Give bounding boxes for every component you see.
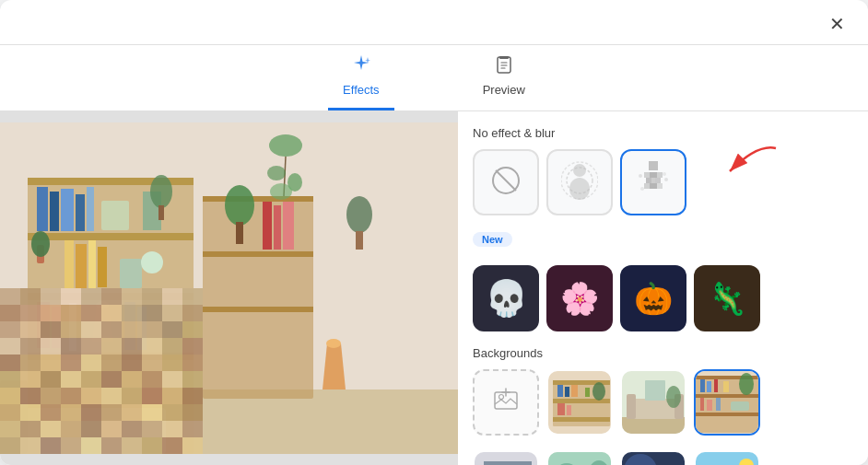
new-badge: New — [473, 232, 512, 247]
svg-rect-122 — [142, 388, 162, 404]
background-item-shelves1[interactable] — [546, 369, 613, 436]
svg-rect-207 — [723, 381, 729, 392]
svg-rect-97 — [41, 355, 61, 371]
background-item-abstract[interactable] — [620, 450, 686, 465]
halloween-item-flower-skull[interactable]: 🌸 — [546, 265, 613, 331]
svg-rect-64 — [182, 288, 203, 305]
blur-person-item[interactable] — [546, 149, 613, 215]
svg-point-208 — [739, 373, 754, 395]
svg-rect-135 — [0, 421, 20, 437]
svg-point-39 — [225, 185, 254, 226]
svg-rect-87 — [41, 338, 61, 355]
svg-rect-67 — [41, 305, 61, 321]
svg-rect-42 — [274, 205, 281, 250]
svg-rect-102 — [142, 355, 162, 371]
svg-rect-12 — [37, 187, 48, 231]
svg-rect-125 — [0, 404, 20, 421]
svg-rect-164 — [650, 172, 657, 178]
blur-pixel-item[interactable] — [620, 149, 686, 215]
svg-rect-170 — [650, 183, 657, 189]
svg-rect-113 — [162, 371, 182, 388]
svg-point-172 — [639, 174, 642, 178]
tab-effects[interactable]: Effects — [328, 46, 394, 110]
svg-rect-209 — [700, 398, 704, 411]
svg-rect-145 — [0, 437, 20, 454]
svg-rect-82 — [142, 321, 162, 338]
tab-preview[interactable]: Preview — [468, 46, 540, 110]
svg-rect-115 — [0, 388, 20, 404]
svg-rect-203 — [696, 413, 760, 416]
svg-point-51 — [326, 339, 341, 348]
background-item-office[interactable] — [473, 450, 539, 465]
svg-rect-100 — [101, 355, 122, 371]
halloween-grid: 💀 🌸 🎃 🦎 — [473, 265, 868, 331]
modal: ✕ Effects — [0, 0, 868, 465]
svg-point-19 — [150, 175, 172, 208]
svg-rect-117 — [41, 388, 61, 404]
no-effect-grid — [473, 149, 868, 215]
svg-rect-74 — [182, 305, 203, 321]
effects-panel: No effect & blur — [458, 111, 868, 465]
background-item-shelves2[interactable] — [694, 369, 760, 436]
svg-rect-84 — [182, 321, 203, 338]
svg-rect-105 — [0, 371, 20, 388]
svg-rect-131 — [122, 404, 142, 421]
svg-line-157 — [496, 170, 516, 191]
svg-point-175 — [663, 172, 666, 176]
svg-point-191 — [592, 382, 605, 401]
svg-rect-124 — [182, 388, 203, 404]
background-item-beach[interactable] — [694, 450, 760, 465]
svg-rect-212 — [731, 401, 749, 411]
svg-rect-60 — [101, 288, 122, 305]
svg-rect-185 — [557, 385, 563, 397]
svg-rect-96 — [20, 355, 41, 371]
svg-point-22 — [31, 231, 50, 257]
svg-rect-61 — [122, 288, 142, 305]
effects-tab-label: Effects — [343, 83, 380, 97]
no-effect-item[interactable] — [473, 149, 539, 215]
svg-rect-116 — [20, 388, 41, 404]
halloween-item-skull[interactable]: 💀 — [473, 265, 539, 331]
svg-rect-127 — [41, 404, 61, 421]
svg-rect-35 — [203, 196, 313, 399]
add-background-item[interactable] — [473, 369, 539, 436]
svg-rect-66 — [20, 305, 41, 321]
halloween-item-creature[interactable]: 🦎 — [694, 265, 760, 331]
svg-rect-190 — [567, 405, 571, 415]
svg-rect-169 — [644, 183, 650, 189]
halloween-item-pumpkin[interactable]: 🎃 — [620, 265, 686, 331]
svg-rect-121 — [122, 388, 142, 404]
svg-rect-25 — [88, 240, 96, 288]
svg-point-44 — [269, 134, 302, 157]
svg-rect-94 — [182, 338, 203, 355]
svg-rect-134 — [182, 404, 203, 421]
svg-rect-187 — [571, 385, 578, 397]
preview-tab-label: Preview — [483, 83, 525, 97]
svg-rect-139 — [81, 421, 101, 437]
svg-rect-154 — [182, 437, 203, 454]
svg-rect-56 — [20, 288, 41, 305]
svg-rect-81 — [122, 321, 142, 338]
svg-rect-166 — [646, 178, 651, 183]
svg-rect-110 — [101, 371, 122, 388]
svg-rect-147 — [41, 437, 61, 454]
svg-rect-101 — [122, 355, 142, 371]
svg-rect-197 — [645, 380, 665, 401]
svg-rect-132 — [142, 404, 162, 421]
image-panel — [0, 111, 458, 465]
svg-rect-79 — [81, 321, 101, 338]
svg-rect-62 — [142, 288, 162, 305]
svg-rect-57 — [41, 288, 61, 305]
svg-point-174 — [640, 187, 644, 191]
svg-rect-215 — [484, 461, 532, 465]
svg-rect-204 — [700, 379, 705, 392]
svg-rect-141 — [122, 421, 142, 437]
svg-rect-72 — [142, 305, 162, 321]
svg-rect-128 — [61, 404, 81, 421]
background-item-living[interactable] — [620, 369, 686, 436]
close-button[interactable]: ✕ — [820, 7, 853, 41]
svg-rect-89 — [81, 338, 101, 355]
background-item-garden[interactable] — [546, 450, 613, 465]
no-effect-icon — [489, 164, 522, 201]
svg-rect-138 — [61, 421, 81, 437]
